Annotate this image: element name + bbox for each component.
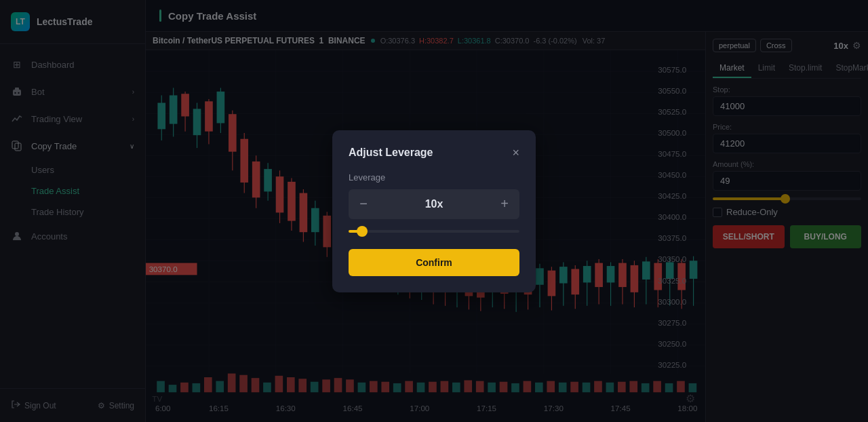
confirm-button[interactable]: Confirm (349, 249, 519, 276)
increase-leverage-button[interactable]: + (490, 189, 519, 219)
leverage-slider-thumb[interactable] (357, 226, 368, 237)
leverage-slider[interactable] (349, 230, 519, 233)
modal-header: Adjust Leverage × (349, 147, 519, 159)
decrease-leverage-button[interactable]: − (349, 189, 378, 219)
leverage-control: − 10x + (349, 189, 519, 219)
modal-overlay[interactable]: Adjust Leverage × Leverage − 10x + Confi… (0, 0, 868, 422)
leverage-value: 10x (378, 198, 490, 210)
modal-title: Adjust Leverage (349, 147, 433, 159)
modal-close-button[interactable]: × (512, 147, 519, 159)
adjust-leverage-modal: Adjust Leverage × Leverage − 10x + Confi… (332, 130, 536, 292)
leverage-field-label: Leverage (349, 172, 519, 183)
